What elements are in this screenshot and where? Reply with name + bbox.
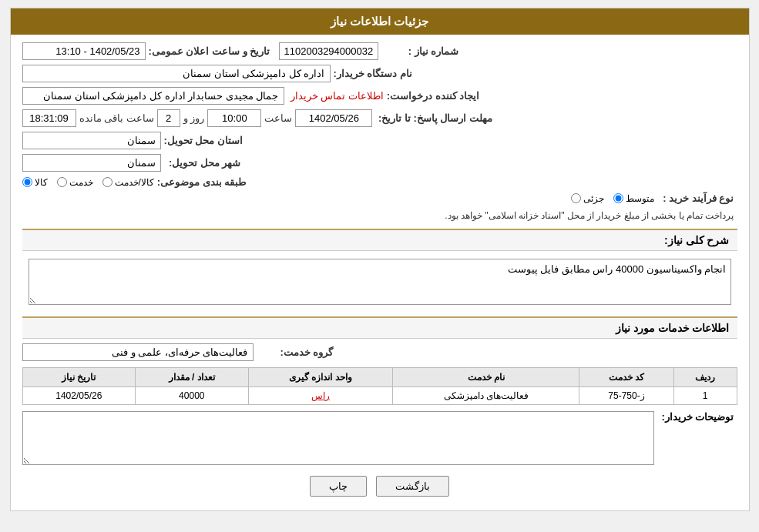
buyer-org-row: نام دستگاه خریدار: اداره کل دامپزشکی است… xyxy=(22,65,737,82)
col-row-num: ردیف xyxy=(673,368,737,387)
creator-row: ایجاد کننده درخواست: اطلاعات تماس خریدار… xyxy=(22,87,737,105)
city-field: سمنان xyxy=(22,154,161,172)
buyer-org-label: نام دستگاه خریدار: xyxy=(334,68,413,79)
buyer-desc-label: توضیحات خریدار: xyxy=(657,411,734,423)
remaining-time-value: 18:31:09 xyxy=(29,112,69,124)
deadline-label: مهلت ارسال پاسخ: تا تاریخ: xyxy=(378,112,492,124)
col-quantity: تعداد / مقدار xyxy=(136,368,248,387)
days-value: 2 xyxy=(166,112,171,124)
category-row: طبقه بندی موضوعی: کالا/خدمت خدمت کالا xyxy=(22,176,737,188)
group-service-row: گروه خدمت: فعالیت‌های حرفه‌ای، علمی و فن… xyxy=(22,343,737,361)
process-small-label: جزئی xyxy=(583,193,604,204)
cell-row-num: 1 xyxy=(673,387,737,405)
category-option-service: خدمت xyxy=(57,177,93,188)
back-button[interactable]: بازگشت xyxy=(376,476,449,497)
process-medium-radio[interactable] xyxy=(613,193,623,203)
deadline-row: مهلت ارسال پاسخ: تا تاریخ: 1402/05/26 سا… xyxy=(22,109,737,127)
need-number-value: 1102003294000032 xyxy=(284,45,374,57)
province-label: استان محل تحویل: xyxy=(164,135,243,146)
need-description-area: انجام واکسیناسیون 40000 راس مطابق فایل پ… xyxy=(22,256,737,310)
province-value: سمنان xyxy=(127,135,156,146)
category-option-goods-service: کالا/خدمت xyxy=(102,177,154,188)
deadline-time-field: 10:00 xyxy=(207,109,261,127)
page-container: جزئیات اطلاعات نیاز شماره نیاز : 1102003… xyxy=(10,8,750,511)
category-service-label: خدمت xyxy=(69,177,93,188)
category-goods-service-label: کالا/خدمت xyxy=(115,177,154,188)
content-area: شماره نیاز : 1102003294000032 تاریخ و سا… xyxy=(11,35,749,510)
need-number-row: شماره نیاز : 1102003294000032 تاریخ و سا… xyxy=(22,42,737,60)
need-description-textarea: انجام واکسیناسیون 40000 راس مطابق فایل پ… xyxy=(29,259,731,305)
process-medium-label: متوسط xyxy=(626,193,654,204)
cell-date: 1402/05/26 xyxy=(22,387,136,405)
buyer-org-value: اداره کل دامپزشکی استان سمنان xyxy=(183,68,324,79)
col-unit: واحد اندازه گیری xyxy=(248,368,393,387)
city-row: شهر محل تحویل: سمنان xyxy=(22,154,737,172)
buyer-org-field: اداره کل دامپزشکی استان سمنان xyxy=(22,65,331,82)
creator-value: جمال مجیدی حسابدار اداره کل دامپزشکی است… xyxy=(43,90,278,102)
date-announce-field: 1402/05/23 - 13:10 xyxy=(22,42,146,60)
province-row: استان محل تحویل: سمنان xyxy=(22,132,737,149)
table-row: 1 ز-750-75 فعالیت‌های دامپزشکی راس 40000… xyxy=(22,387,737,405)
need-number-label: شماره نیاز : xyxy=(381,45,458,57)
process-desc-row: پرداخت تمام یا بخشی از مبلغ خریدار از مح… xyxy=(22,209,737,223)
process-option-medium: متوسط xyxy=(613,193,654,204)
city-value: سمنان xyxy=(127,157,156,169)
deadline-time-value: 10:00 xyxy=(222,112,247,124)
buyer-desc-row: توضیحات خریدار: xyxy=(22,411,737,465)
deadline-date-value: 1402/05/26 xyxy=(309,112,359,124)
category-label: طبقه بندی موضوعی: xyxy=(157,176,247,188)
contact-link[interactable]: اطلاعات تماس خریدار xyxy=(291,90,384,102)
cell-service-code: ز-750-75 xyxy=(579,387,673,405)
group-service-label: گروه خدمت: xyxy=(257,346,334,358)
creator-field: جمال مجیدی حسابدار اداره کل دامپزشکی است… xyxy=(22,87,284,105)
services-table: ردیف کد خدمت نام خدمت واحد اندازه گیری ت… xyxy=(22,367,737,405)
city-label: شهر محل تحویل: xyxy=(164,157,241,169)
process-label: نوع فرآیند خرید : xyxy=(657,192,734,204)
col-date: تاریخ نیاز xyxy=(22,368,136,387)
time-label: ساعت xyxy=(264,112,292,124)
header-title: جزئیات اطلاعات نیاز xyxy=(331,15,428,28)
category-option-goods: کالا xyxy=(22,177,48,188)
category-goods-radio[interactable] xyxy=(22,177,32,187)
date-announce-value: 1402/05/23 - 13:10 xyxy=(55,45,139,57)
cell-quantity: 40000 xyxy=(136,387,248,405)
province-field: سمنان xyxy=(22,132,161,149)
group-service-value: فعالیت‌های حرفه‌ای، علمی و فنی xyxy=(112,346,247,358)
need-number-field: 1102003294000032 xyxy=(279,42,379,60)
remaining-time-field: 18:31:09 xyxy=(22,109,76,127)
cell-service-name: فعالیت‌های دامپزشکی xyxy=(393,387,579,405)
process-desc-text: پرداخت تمام یا بخشی از مبلغ خریدار از مح… xyxy=(22,209,737,223)
col-service-code: کد خدمت xyxy=(579,368,673,387)
need-description-section-title: شرح کلی نیاز: xyxy=(22,229,737,251)
days-remaining-label: روز و xyxy=(183,112,205,124)
col-service-name: نام خدمت xyxy=(393,368,579,387)
category-goods-service-radio[interactable] xyxy=(102,177,113,187)
buttons-row: بازگشت چاپ xyxy=(22,476,737,497)
category-radio-group: کالا/خدمت خدمت کالا xyxy=(22,177,154,188)
category-service-radio[interactable] xyxy=(57,177,67,187)
process-radio-group: متوسط جزئی xyxy=(571,193,654,204)
days-field: 2 xyxy=(157,109,180,127)
group-service-field: فعالیت‌های حرفه‌ای، علمی و فنی xyxy=(22,343,254,361)
cell-unit[interactable]: راس xyxy=(248,387,393,405)
date-announce-label: تاریخ و ساعت اعلان عمومی: xyxy=(149,45,270,57)
page-header: جزئیات اطلاعات نیاز xyxy=(11,8,749,35)
process-small-radio[interactable] xyxy=(571,193,581,203)
buyer-desc-textarea[interactable] xyxy=(22,411,654,465)
services-section-title: اطلاعات خدمات مورد نیاز xyxy=(22,316,737,339)
print-button[interactable]: چاپ xyxy=(310,476,367,497)
table-header-row: ردیف کد خدمت نام خدمت واحد اندازه گیری ت… xyxy=(22,368,737,387)
process-option-small: جزئی xyxy=(571,193,604,204)
deadline-date-field: 1402/05/26 xyxy=(295,109,372,127)
creator-label: ایجاد کننده درخواست: xyxy=(387,90,480,102)
hours-remaining-label: ساعت باقی مانده xyxy=(79,112,154,124)
category-goods-label: کالا xyxy=(35,177,48,188)
process-row: نوع فرآیند خرید : متوسط جزئی xyxy=(22,192,737,204)
